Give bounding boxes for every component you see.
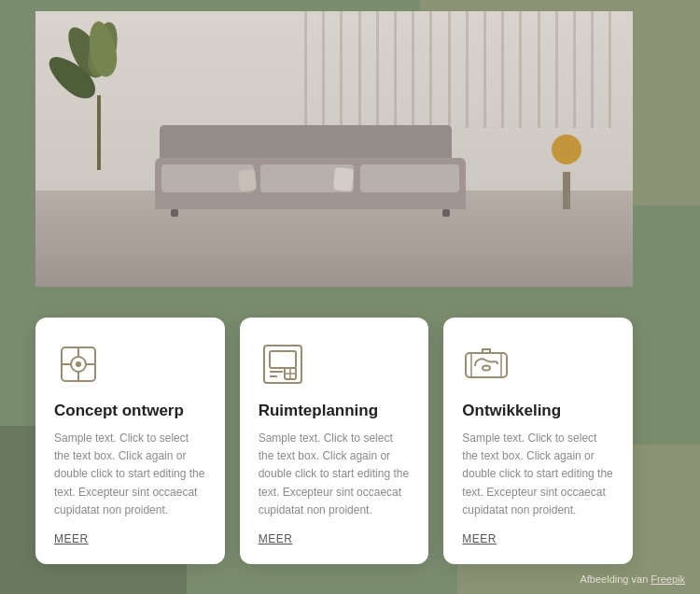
card-development-title: Ontwikkeling — [462, 402, 614, 420]
hero-image — [35, 11, 633, 287]
pillow — [238, 169, 257, 191]
card-development-text[interactable]: Sample text. Click to select the text bo… — [462, 430, 614, 519]
pillow — [333, 167, 354, 191]
svg-rect-8 — [270, 351, 296, 368]
design-icon — [54, 340, 103, 389]
card-planning-title: Ruimteplanning — [259, 402, 411, 420]
svg-point-6 — [76, 361, 81, 367]
attribution-prefix: Afbeelding van — [580, 573, 648, 585]
cards-section: Concept ontwerp Sample text. Click to se… — [35, 318, 633, 564]
card-concept[interactable]: Concept ontwerp Sample text. Click to se… — [35, 318, 225, 564]
card-planning[interactable]: Ruimteplanning Sample text. Click to sel… — [240, 318, 429, 564]
attribution: Afbeelding van Freepik — [580, 573, 685, 585]
card-planning-text[interactable]: Sample text. Click to select the text bo… — [259, 430, 411, 519]
plant — [71, 21, 127, 170]
sofa — [155, 125, 466, 209]
background-wrapper: Concept ontwerp Sample text. Click to se… — [0, 0, 700, 594]
card-planning-link[interactable]: MEER — [259, 532, 411, 545]
development-icon — [462, 340, 511, 389]
card-development[interactable]: Ontwikkeling Sample text. Click to selec… — [443, 318, 633, 564]
card-concept-link[interactable]: MEER — [54, 532, 206, 545]
planning-icon — [259, 340, 307, 389]
card-concept-title: Concept ontwerp — [54, 402, 206, 420]
svg-point-15 — [483, 365, 490, 370]
card-concept-text[interactable]: Sample text. Click to select the text bo… — [54, 430, 206, 519]
lamp-table — [548, 134, 585, 209]
attribution-link[interactable]: Freepik — [651, 573, 685, 585]
card-development-link[interactable]: MEER — [462, 532, 614, 545]
